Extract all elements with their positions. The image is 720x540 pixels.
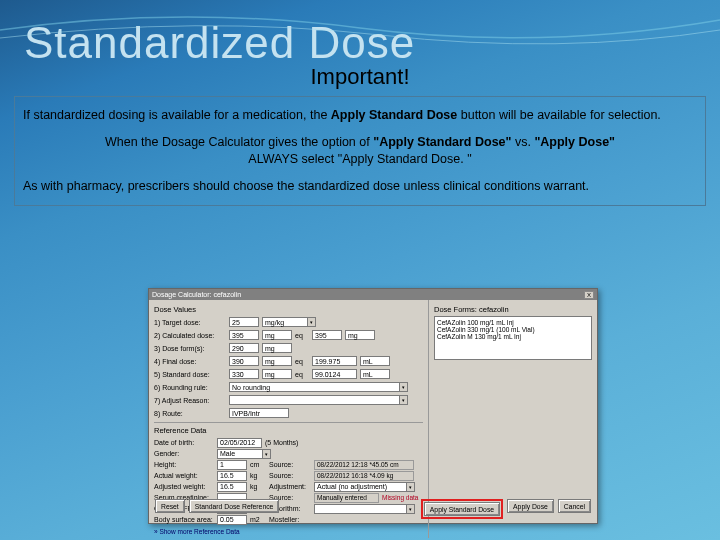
highlight-box: Apply Standard Dose [421, 499, 503, 519]
titlebar[interactable]: Dosage Calculator: cefazolin X [149, 289, 597, 300]
show-more-link[interactable]: » Show more Reference Data [154, 528, 423, 535]
reference-data-label: Reference Data [154, 426, 423, 435]
target-dose-input[interactable]: 25 [229, 317, 259, 327]
slide-title: Standardized Dose [0, 0, 720, 68]
list-item[interactable]: CefAZolin M 130 mg/1 mL Inj [437, 333, 589, 340]
cancel-button[interactable]: Cancel [558, 499, 591, 513]
target-dose-unit[interactable]: mg/kg [262, 317, 307, 327]
info-textbox: If standardized dosing is available for … [14, 96, 706, 206]
paragraph-2: When the Dosage Calculator gives the opt… [23, 134, 697, 168]
rounding-label: 6) Rounding rule: [154, 384, 226, 391]
slide: Standardized Dose Important! If standard… [0, 0, 720, 540]
adjust-reason-label: 7) Adjust Reason: [154, 397, 226, 404]
close-icon[interactable]: X [584, 291, 594, 299]
standard-dose-reference-button[interactable]: Standard Dose Reference [189, 499, 280, 513]
apply-dose-button[interactable]: Apply Dose [507, 499, 554, 513]
dose-forms-list[interactable]: CefAZolin 100 mg/1 mL Inj CefAZolin 330 … [434, 316, 592, 360]
apply-standard-dose-button[interactable]: Apply Standard Dose [424, 502, 500, 516]
list-item[interactable]: CefAZolin 100 mg/1 mL Inj [437, 319, 589, 326]
dose-forms-group-label: Dose Forms: cefazolin [434, 305, 592, 314]
paragraph-3: As with pharmacy, prescribers should cho… [23, 178, 697, 195]
dose-values-label: Dose Values [154, 305, 423, 314]
dosage-calculator-dialog: Dosage Calculator: cefazolin X Dose Valu… [148, 288, 598, 524]
chevron-down-icon[interactable]: ▾ [262, 449, 271, 459]
chevron-down-icon[interactable]: ▾ [307, 317, 316, 327]
dialog-title: Dosage Calculator: cefazolin [152, 291, 241, 298]
chevron-down-icon[interactable]: ▾ [399, 395, 408, 405]
list-item[interactable]: CefAZolin 330 mg/1 (100 mL Vial) [437, 326, 589, 333]
dose-forms-label: 3) Dose form(s): [154, 345, 226, 352]
final-dose-label: 4) Final dose: [154, 358, 226, 365]
std-dose-label: 5) Standard dose: [154, 371, 226, 378]
target-dose-label: 1) Target dose: [154, 319, 226, 326]
calc-dose-label: 2) Calculated dose: [154, 332, 226, 339]
chevron-down-icon[interactable]: ▾ [406, 482, 415, 492]
route-label: 8) Route: [154, 410, 226, 417]
paragraph-1: If standardized dosing is available for … [23, 107, 697, 124]
chevron-down-icon[interactable]: ▾ [399, 382, 408, 392]
reset-button[interactable]: Reset [155, 499, 185, 513]
dialog-footer: Reset Standard Dose Reference Apply Stan… [149, 499, 597, 519]
